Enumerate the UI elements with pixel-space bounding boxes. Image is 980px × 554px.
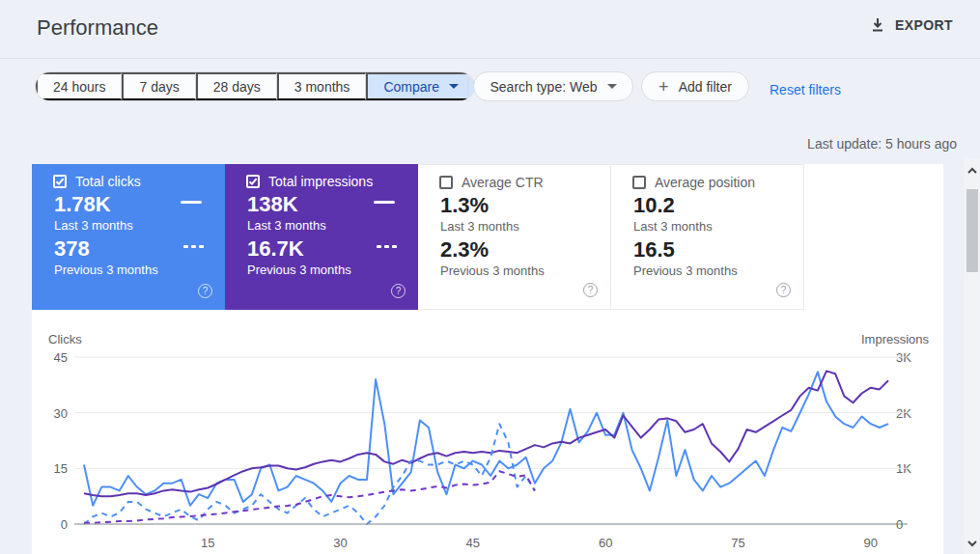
scrollbar-thumb[interactable] <box>966 189 978 272</box>
checkbox-checked-icon[interactable] <box>246 175 260 188</box>
series-clicks-last-3-months <box>84 372 888 505</box>
checkbox-checked-icon[interactable] <box>53 175 67 188</box>
dashed-line-legend-icon <box>183 245 204 248</box>
card-value-previous: 16.7K <box>247 236 304 262</box>
card-average-ctr[interactable]: Average CTR 1.3% Last 3 months 2.3% Prev… <box>418 164 611 310</box>
card-period-current: Last 3 months <box>54 218 133 233</box>
export-label: EXPORT <box>895 17 953 33</box>
card-total-impressions[interactable]: Total impressions 138K Last 3 months 16.… <box>225 164 418 310</box>
filter-bar-divider <box>467 76 468 97</box>
scroll-up-icon[interactable] <box>966 165 978 177</box>
card-label: Average CTR <box>462 175 544 190</box>
card-total-clicks[interactable]: Total clicks 1.78K Last 3 months 378 Pre… <box>32 164 225 310</box>
compare-label: Compare <box>383 79 439 95</box>
date-range-3-months[interactable]: 3 months <box>277 72 367 100</box>
card-label: Total impressions <box>268 174 373 189</box>
card-value-current: 1.3% <box>440 193 489 218</box>
right-axis-title: Impressions <box>861 332 929 346</box>
card-period-current: Last 3 months <box>440 219 519 234</box>
left-axis-tick: 15 <box>42 461 68 476</box>
chevron-down-icon <box>449 84 459 89</box>
card-period-previous: Previous 3 months <box>440 263 545 278</box>
card-period-previous: Previous 3 months <box>247 263 351 277</box>
card-value-current: 138K <box>247 192 298 217</box>
search-type-label: Search type: Web <box>490 79 597 95</box>
download-icon <box>870 17 885 33</box>
card-label: Average position <box>655 175 755 190</box>
header-divider <box>0 58 980 59</box>
series-clicks-previous-3-months <box>84 424 535 524</box>
card-average-position[interactable]: Average position 10.2 Last 3 months 16.5… <box>611 164 804 310</box>
help-icon[interactable]: ? <box>583 283 598 297</box>
left-axis-tick: 30 <box>42 406 68 421</box>
search-type-dropdown[interactable]: Search type: Web <box>473 71 633 101</box>
card-value-previous: 2.3% <box>440 237 489 263</box>
help-icon[interactable]: ? <box>198 284 212 298</box>
series-impressions-last-3-months <box>84 371 888 496</box>
help-icon[interactable]: ? <box>776 283 791 297</box>
dashed-line-legend-icon <box>377 245 397 248</box>
card-period-current: Last 3 months <box>247 218 326 233</box>
checkbox-unchecked-icon[interactable] <box>632 176 646 189</box>
performance-line-chart[interactable] <box>74 349 908 533</box>
card-value-previous: 378 <box>54 236 90 262</box>
card-period-previous: Previous 3 months <box>633 263 738 278</box>
solid-line-legend-icon <box>181 201 202 204</box>
x-axis-tick: 90 <box>864 536 878 550</box>
help-icon[interactable]: ? <box>391 284 406 298</box>
card-period-previous: Previous 3 months <box>54 263 158 277</box>
add-filter-label: Add filter <box>679 79 732 95</box>
export-button[interactable]: EXPORT <box>870 17 953 33</box>
x-axis-tick: 15 <box>201 536 214 550</box>
date-range-selector: 24 hours 7 days 28 days 3 months Compare <box>35 71 475 101</box>
chevron-down-icon <box>607 84 617 89</box>
add-filter-button[interactable]: + Add filter <box>641 71 749 101</box>
card-period-current: Last 3 months <box>633 219 713 234</box>
card-value-current: 1.78K <box>54 192 111 217</box>
card-value-previous: 16.5 <box>633 237 675 263</box>
checkbox-unchecked-icon[interactable] <box>439 176 453 189</box>
x-axis-tick: 60 <box>599 536 612 550</box>
x-axis-tick: 45 <box>466 536 480 550</box>
scroll-down-icon[interactable] <box>966 538 978 549</box>
page-title: Performance <box>37 15 158 41</box>
reset-filters-link[interactable]: Reset filters <box>770 82 841 97</box>
plus-icon: + <box>658 78 669 96</box>
x-axis-tick: 75 <box>731 536 744 550</box>
compare-dropdown[interactable]: Compare <box>366 72 474 100</box>
vertical-scrollbar[interactable] <box>965 158 980 554</box>
series-impressions-previous-3-months <box>84 471 535 523</box>
date-range-28-days[interactable]: 28 days <box>196 72 277 100</box>
date-range-24-hours[interactable]: 24 hours <box>36 72 122 100</box>
left-axis-tick: 0 <box>42 517 68 532</box>
left-axis-title: Clicks <box>48 332 82 346</box>
card-label: Total clicks <box>75 174 141 189</box>
solid-line-legend-icon <box>374 201 395 204</box>
last-update-text: Last update: 5 hours ago <box>807 136 957 152</box>
date-range-7-days[interactable]: 7 days <box>122 72 195 100</box>
left-axis-tick: 45 <box>42 350 68 365</box>
x-axis-tick: 30 <box>333 536 347 550</box>
card-value-current: 10.2 <box>633 193 675 218</box>
